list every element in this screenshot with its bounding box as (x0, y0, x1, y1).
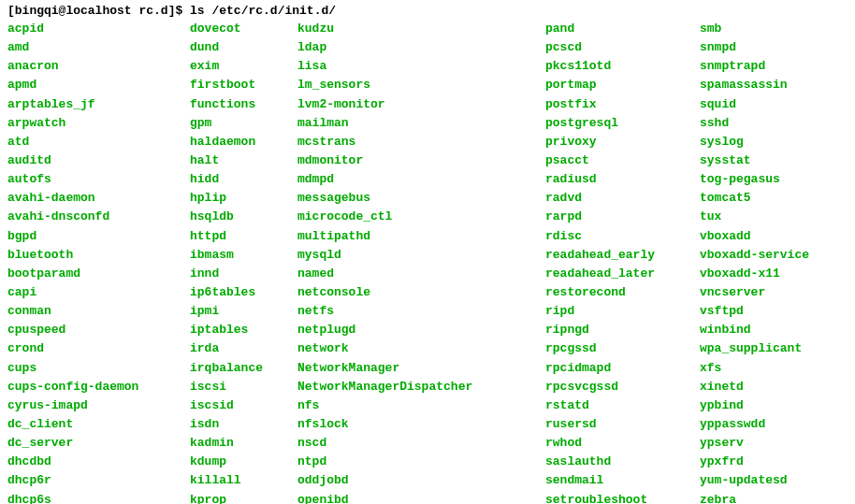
file-entry: dovecot (190, 20, 297, 38)
file-entry: lvm2-monitor (297, 95, 545, 114)
file-entry: openibd (297, 491, 545, 504)
file-entry: ypbind (700, 396, 809, 415)
file-entry: ldap (297, 38, 545, 57)
file-entry: postfix (545, 95, 700, 114)
file-entry: rdisc (545, 227, 700, 246)
file-entry: network (297, 339, 545, 358)
file-entry: anacron (7, 57, 190, 76)
file-entry: xinetd (700, 378, 809, 396)
file-entry: tog-pegasus (700, 170, 809, 189)
file-entry: xfs (700, 359, 809, 378)
file-entry: sshd (700, 114, 809, 133)
file-entry: multipathd (297, 227, 545, 246)
file-entry: dhcp6r (7, 471, 190, 490)
shell-command: ls /etc/rc.d/init.d/ (190, 4, 336, 18)
file-entry: zebra (700, 491, 809, 504)
file-entry: kudzu (297, 20, 545, 38)
file-entry: yum-updatesd (700, 471, 809, 490)
file-entry: vboxadd (700, 227, 809, 246)
file-entry: portmap (545, 76, 700, 94)
file-entry: ripngd (545, 321, 700, 339)
file-entry: rusersd (545, 415, 700, 434)
file-entry: dc_client (7, 415, 190, 434)
file-entry: firstboot (190, 76, 297, 94)
file-entry: vsftpd (700, 302, 809, 321)
file-entry: hsqldb (190, 208, 297, 226)
file-entry: dhcdbd (7, 453, 190, 471)
file-entry: pkcs11otd (545, 57, 700, 76)
file-entry: ypxfrd (700, 453, 809, 471)
file-entry: readahead_early (545, 246, 700, 265)
file-entry: netconsole (297, 283, 545, 302)
file-entry: tomcat5 (700, 189, 809, 208)
listing-column-3: kudzuldaplisalm_sensorslvm2-monitormailm… (297, 20, 545, 504)
file-entry: postgresql (545, 114, 700, 133)
file-entry: ripd (545, 302, 700, 321)
file-entry: halt (190, 151, 297, 170)
directory-listing: acpidamdanacronapmdarptables_jfarpwatcha… (7, 20, 848, 504)
file-entry: restorecond (545, 283, 700, 302)
file-entry: spamassassin (700, 76, 809, 94)
file-entry: setroubleshoot (545, 491, 700, 504)
file-entry: privoxy (545, 133, 700, 151)
file-entry: netplugd (297, 321, 545, 339)
file-entry: functions (190, 95, 297, 114)
file-entry: nscd (297, 434, 545, 453)
file-entry: iscsi (190, 378, 297, 396)
file-entry: ntpd (297, 453, 545, 471)
file-entry: kprop (190, 491, 297, 504)
file-entry: rpcgssd (545, 339, 700, 358)
file-entry: autofs (7, 170, 190, 189)
file-entry: avahi-dnsconfd (7, 208, 190, 226)
file-entry: rwhod (545, 434, 700, 453)
file-entry: apmd (7, 76, 190, 94)
file-entry: hplip (190, 189, 297, 208)
file-entry: cups (7, 359, 190, 378)
shell-prompt: [bingqi@localhost rc.d]$ (7, 4, 182, 18)
file-entry: readahead_later (545, 265, 700, 283)
file-entry: bootparamd (7, 265, 190, 283)
file-entry: capi (7, 283, 190, 302)
file-entry: iptables (190, 321, 297, 339)
file-entry: microcode_ctl (297, 208, 545, 226)
file-entry: lm_sensors (297, 76, 545, 94)
file-entry: vboxadd-x11 (700, 265, 809, 283)
file-entry: ipmi (190, 302, 297, 321)
file-entry: arptables_jf (7, 95, 190, 114)
file-entry: avahi-daemon (7, 189, 190, 208)
file-entry: saslauthd (545, 453, 700, 471)
file-entry: ibmasm (190, 246, 297, 265)
file-entry: kdump (190, 453, 297, 471)
file-entry: nfs (297, 396, 545, 415)
file-entry: named (297, 265, 545, 283)
file-entry: radvd (545, 189, 700, 208)
file-entry: atd (7, 133, 190, 151)
file-entry: pcscd (545, 38, 700, 57)
file-entry: rpcsvcgssd (545, 378, 700, 396)
file-entry: pand (545, 20, 700, 38)
file-entry: ip6tables (190, 283, 297, 302)
file-entry: rarpd (545, 208, 700, 226)
file-entry: acpid (7, 20, 190, 38)
file-entry: psacct (545, 151, 700, 170)
file-entry: mcstrans (297, 133, 545, 151)
file-entry: auditd (7, 151, 190, 170)
file-entry: netfs (297, 302, 545, 321)
file-entry: iscsid (190, 396, 297, 415)
file-entry: NetworkManagerDispatcher (297, 378, 545, 396)
file-entry: winbind (700, 321, 809, 339)
file-entry: amd (7, 38, 190, 57)
file-entry: crond (7, 339, 190, 358)
file-entry: nfslock (297, 415, 545, 434)
file-entry: innd (190, 265, 297, 283)
file-entry: kadmin (190, 434, 297, 453)
listing-column-1: acpidamdanacronapmdarptables_jfarpwatcha… (7, 20, 190, 504)
file-entry: sendmail (545, 471, 700, 490)
file-entry: cyrus-imapd (7, 396, 190, 415)
file-entry: mailman (297, 114, 545, 133)
file-entry: radiusd (545, 170, 700, 189)
file-entry: vncserver (700, 283, 809, 302)
file-entry: mysqld (297, 246, 545, 265)
file-entry: conman (7, 302, 190, 321)
file-entry: yppasswdd (700, 415, 809, 434)
